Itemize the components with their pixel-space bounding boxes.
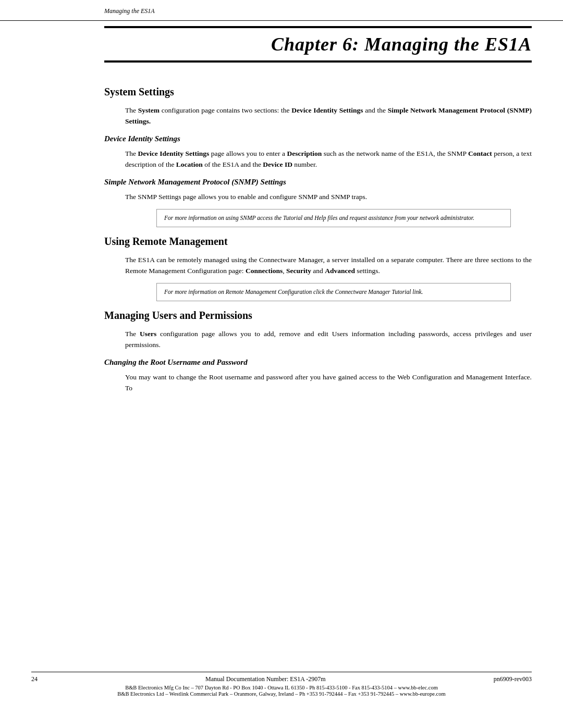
system-settings-heading: System Settings bbox=[104, 86, 532, 98]
snmp-body: The SNMP Settings page allows you to ena… bbox=[125, 192, 532, 203]
chapter-title-block: Chapter 6: Managing the ES1A bbox=[104, 26, 532, 63]
footer-line1: 24 Manual Documentation Number: ES1A -29… bbox=[31, 675, 532, 683]
snmp-subsection: Simple Network Management Protocol (SNMP… bbox=[104, 178, 532, 227]
root-username-subsection: Changing the Root Username and Password … bbox=[104, 358, 532, 394]
snmp-note-box: For more information on using SNMP acces… bbox=[156, 209, 511, 227]
footer-page-number: 24 bbox=[31, 675, 38, 683]
remote-note-text: For more information on Remote Managemen… bbox=[164, 288, 503, 297]
device-identity-heading: Device Identity Settings bbox=[104, 134, 532, 143]
footer-line3: B&B Electronics Ltd – Westlink Commercia… bbox=[31, 691, 532, 697]
footer-pn: pn6909-rev003 bbox=[494, 675, 532, 683]
system-settings-section: System Settings The System configuration… bbox=[104, 86, 532, 227]
root-username-heading: Changing the Root Username and Password bbox=[104, 358, 532, 367]
page-footer: 24 Manual Documentation Number: ES1A -29… bbox=[31, 672, 532, 697]
header-breadcrumb: Managing the ES1A bbox=[104, 7, 155, 15]
chapter-title: Chapter 6: Managing the ES1A bbox=[271, 34, 532, 55]
remote-management-section: Using Remote Management The ES1A can be … bbox=[104, 236, 532, 301]
page-container: Managing the ES1A Chapter 6: Managing th… bbox=[0, 0, 563, 728]
remote-management-heading: Using Remote Management bbox=[104, 236, 532, 248]
device-identity-subsection: Device Identity Settings The Device Iden… bbox=[104, 134, 532, 170]
remote-note-box: For more information on Remote Managemen… bbox=[156, 283, 511, 301]
main-content: System Settings The System configuration… bbox=[104, 81, 532, 400]
snmp-note-text: For more information on using SNMP acces… bbox=[164, 214, 503, 223]
footer-line2: B&B Electronics Mfg Co Inc – 707 Dayton … bbox=[31, 685, 532, 690]
users-permissions-section: Managing Users and Permissions The Users… bbox=[104, 310, 532, 394]
users-permissions-intro: The Users configuration page allows you … bbox=[125, 329, 532, 351]
root-username-body: You may want to change the Root username… bbox=[125, 372, 532, 394]
users-permissions-heading: Managing Users and Permissions bbox=[104, 310, 532, 322]
system-settings-intro: The System configuration page contains t… bbox=[125, 105, 532, 127]
remote-management-body: The ES1A can be remotely managed using t… bbox=[125, 255, 532, 277]
snmp-heading: Simple Network Management Protocol (SNMP… bbox=[104, 178, 532, 187]
footer-doc-number: Manual Documentation Number: ES1A -2907m bbox=[205, 675, 326, 683]
header-bar: Managing the ES1A bbox=[0, 0, 563, 21]
device-identity-body: The Device Identity Settings page allows… bbox=[125, 149, 532, 170]
